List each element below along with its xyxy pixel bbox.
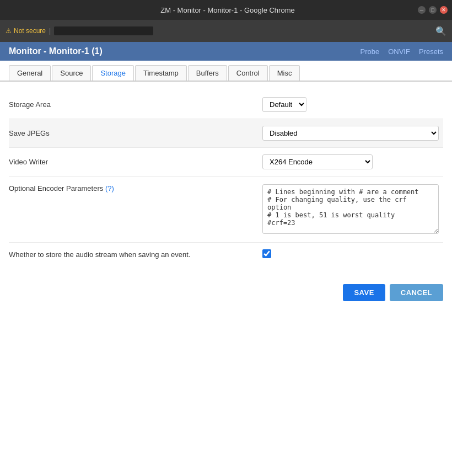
audio-stream-control: [262, 249, 443, 260]
not-secure-indicator: ⚠ Not secure |: [6, 26, 153, 35]
separator: |: [49, 27, 51, 35]
not-secure-label: Not secure: [14, 27, 46, 35]
minimize-button[interactable]: ─: [418, 6, 426, 14]
audio-stream-row: Whether to store the audio stream when s…: [9, 243, 443, 266]
video-writer-row: Video Writer X264 Encode Disabled Encode: [9, 148, 443, 177]
tab-control[interactable]: Control: [228, 65, 268, 81]
main-content: Monitor - Monitor-1 (1) Probe ONVIF Pres…: [0, 42, 452, 476]
maximize-button[interactable]: □: [429, 6, 437, 14]
encoder-params-control: # Lines beginning with # are a comment #…: [262, 184, 443, 236]
warning-icon: ⚠: [6, 27, 12, 35]
encoder-params-label: Optional Encoder Parameters (?): [9, 184, 262, 192]
audio-stream-label: Whether to store the audio stream when s…: [9, 250, 262, 259]
close-button[interactable]: ✕: [440, 6, 448, 14]
search-icon[interactable]: 🔍: [435, 26, 446, 36]
addressbar: ⚠ Not secure | 🔍: [0, 20, 452, 42]
app-header: Monitor - Monitor-1 (1) Probe ONVIF Pres…: [0, 42, 452, 61]
video-writer-control: X264 Encode Disabled Encode: [262, 154, 443, 169]
tab-storage[interactable]: Storage: [92, 65, 134, 82]
video-writer-select[interactable]: X264 Encode Disabled Encode: [262, 154, 373, 169]
help-link[interactable]: (?): [105, 184, 114, 192]
tab-misc[interactable]: Misc: [269, 65, 300, 81]
encoder-params-textarea[interactable]: # Lines beginning with # are a comment #…: [262, 184, 439, 234]
storage-area-label: Storage Area: [9, 100, 262, 109]
save-jpegs-select[interactable]: Disabled Enabled: [262, 126, 439, 141]
storage-area-select[interactable]: Default: [262, 97, 306, 112]
header-links: Probe ONVIF Presets: [360, 47, 443, 56]
page-title: Monitor - Monitor-1 (1): [9, 46, 103, 56]
save-jpegs-control: Disabled Enabled: [262, 126, 443, 141]
save-button[interactable]: SAVE: [343, 284, 385, 301]
titlebar-title: ZM - Monitor - Monitor-1 - Google Chrome: [37, 6, 418, 14]
tab-buffers[interactable]: Buffers: [188, 65, 227, 81]
video-writer-label: Video Writer: [9, 158, 262, 166]
titlebar-controls: ─ □ ✕: [418, 6, 448, 14]
button-row: SAVE CANCEL: [0, 275, 452, 310]
probe-link[interactable]: Probe: [360, 47, 379, 56]
url-redacted: [54, 26, 153, 35]
storage-area-control: Default: [262, 97, 443, 112]
save-jpegs-label: Save JPEGs: [9, 129, 262, 137]
encoder-params-row: Optional Encoder Parameters (?) # Lines …: [9, 177, 443, 243]
presets-link[interactable]: Presets: [419, 47, 443, 56]
storage-area-row: Storage Area Default: [9, 90, 443, 119]
form-area: Storage Area Default Save JPEGs Disabled…: [0, 82, 452, 275]
tab-source[interactable]: Source: [52, 65, 91, 81]
tab-general[interactable]: General: [9, 65, 51, 81]
cancel-button[interactable]: CANCEL: [390, 284, 443, 301]
titlebar: ZM - Monitor - Monitor-1 - Google Chrome…: [0, 0, 452, 20]
save-jpegs-row: Save JPEGs Disabled Enabled: [9, 119, 443, 148]
tab-bar: General Source Storage Timestamp Buffers…: [0, 61, 452, 82]
onvif-link[interactable]: ONVIF: [388, 47, 410, 56]
audio-stream-checkbox[interactable]: [262, 249, 271, 258]
tab-timestamp[interactable]: Timestamp: [135, 65, 187, 81]
